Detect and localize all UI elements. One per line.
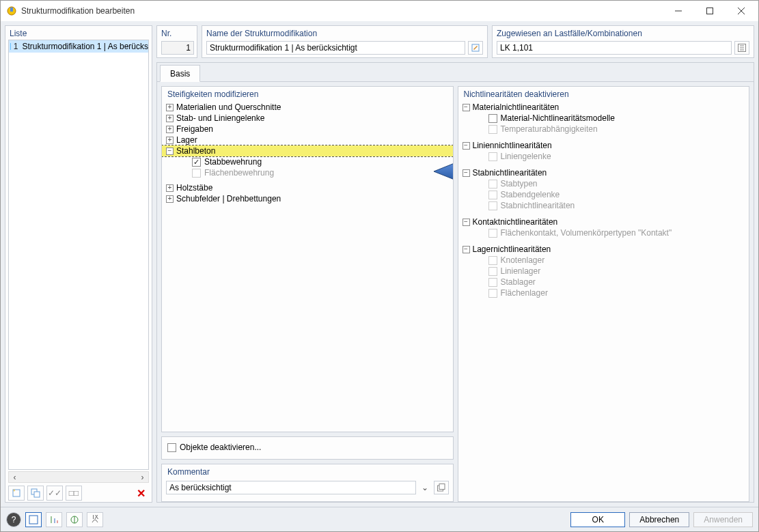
tree-item-materials[interactable]: Materialien und Querschnitte xyxy=(176,102,281,112)
minimize-button[interactable] xyxy=(663,1,694,21)
checkbox-line-hinges xyxy=(488,152,497,161)
list-box[interactable]: 1 Strukturmodifikation 1 | As berücks xyxy=(8,40,149,470)
stiffness-title: Steifigkeiten modifizieren xyxy=(162,88,453,102)
tab-basis[interactable]: Basis xyxy=(160,65,200,82)
comment-group: Kommentar ⌄ xyxy=(161,464,454,502)
footer-icon-2[interactable] xyxy=(46,512,62,527)
number-panel: Nr. xyxy=(156,25,197,58)
tree-item-concrete[interactable]: Stahlbeton xyxy=(176,146,453,156)
checkbox-material-models[interactable] xyxy=(488,114,497,123)
name-input[interactable] xyxy=(206,41,465,55)
tree-item-timber[interactable]: Holzstäbe xyxy=(176,183,212,193)
stiffness-tree[interactable]: +Materialien und Querschnitte +Stab- und… xyxy=(162,102,453,204)
checkbox-temp-dep xyxy=(488,125,497,134)
footer-icon-4[interactable]: fx xyxy=(87,512,103,527)
copy-button[interactable] xyxy=(27,486,44,501)
dialog-window: Strukturmodifikation bearbeiten Liste 1 … xyxy=(0,0,759,532)
obj-deactivate-group: Objekte deaktivieren... xyxy=(161,436,454,460)
assigned-pick-button[interactable] xyxy=(734,41,749,55)
checkbox-member-endhinges xyxy=(488,191,497,199)
tree-item-material-nl[interactable]: Materialnichtlinearitäten xyxy=(473,102,560,112)
cancel-button[interactable]: Abbrechen xyxy=(629,512,689,527)
tree-item-shear[interactable]: Schubfelder | Drehbettungen xyxy=(176,194,281,204)
expand-icon[interactable]: + xyxy=(166,126,174,133)
svg-text:fx: fx xyxy=(92,515,98,521)
apply-button: Anwenden xyxy=(693,512,753,527)
tree-item-contact-surf: Flächenkontakt, Volumenkörpertypen "Kont… xyxy=(501,228,672,238)
list-hscrollbar[interactable]: ‹ › xyxy=(8,471,149,483)
comment-dropdown-icon[interactable]: ⌄ xyxy=(419,483,431,492)
collapse-icon[interactable]: − xyxy=(463,219,470,226)
expand-icon[interactable]: + xyxy=(166,115,174,122)
maximize-button[interactable] xyxy=(694,1,726,21)
collapse-icon[interactable]: − xyxy=(463,246,470,253)
collapse-icon[interactable]: − xyxy=(463,169,470,177)
svg-rect-17 xyxy=(29,516,38,524)
uncheck-all-button[interactable]: □□ xyxy=(66,486,82,501)
delete-button[interactable]: ✕ xyxy=(133,486,149,501)
edit-name-button[interactable] xyxy=(468,41,483,55)
ok-button[interactable]: OK xyxy=(570,512,625,527)
stiffness-group: Steifigkeiten modifizieren +Materialien … xyxy=(161,86,454,432)
list-item-text: Strukturmodifikation 1 | As berücks xyxy=(22,42,148,51)
list-panel: Liste 1 Strukturmodifikation 1 | As berü… xyxy=(5,25,152,503)
check-all-button[interactable]: ✓✓ xyxy=(46,486,63,501)
nonlinearity-group: Nichtlinearitäten deaktivieren −Material… xyxy=(458,86,750,502)
comment-label: Kommentar xyxy=(162,466,453,479)
tree-item-member-nl[interactable]: Stabnichtlinearitäten xyxy=(473,168,547,178)
collapse-icon[interactable]: − xyxy=(463,142,470,150)
dialog-footer: ? fx OK Abbrechen Anwenden xyxy=(1,507,758,531)
window-title: Strukturmodifikation bearbeiten xyxy=(21,6,663,16)
close-button[interactable] xyxy=(726,1,757,21)
tree-item-releases[interactable]: Freigaben xyxy=(176,124,213,134)
svg-rect-1 xyxy=(10,8,13,12)
tree-item-support-member: Stablager xyxy=(501,277,536,287)
assigned-panel: Zugewiesen an Lastfälle/Kombinationen xyxy=(492,25,754,58)
tree-item-support-line: Linienlager xyxy=(501,266,541,276)
assigned-input[interactable] xyxy=(497,41,732,55)
expand-icon[interactable]: + xyxy=(166,184,174,192)
nonlinearity-tree[interactable]: −Materialnichtlinearitäten Material-Nich… xyxy=(458,102,749,298)
checkbox-obj-deactivate[interactable] xyxy=(167,443,176,452)
list-item[interactable]: 1 Strukturmodifikation 1 | As berücks xyxy=(9,40,148,53)
collapse-icon[interactable]: − xyxy=(166,148,174,155)
list-toolbar: ✓✓ □□ ✕ xyxy=(5,483,152,502)
checkbox-surface-reinforcement xyxy=(192,169,201,178)
checkbox-contact-surf xyxy=(488,229,497,238)
comment-pick-button[interactable] xyxy=(434,481,449,494)
expand-icon[interactable]: + xyxy=(166,137,174,144)
list-item-number: 1 xyxy=(14,42,18,51)
collapse-icon[interactable]: − xyxy=(463,104,470,111)
tree-item-material-models[interactable]: Material-Nichtlinearitätsmodelle xyxy=(501,113,615,123)
svg-rect-16 xyxy=(439,484,445,490)
help-button[interactable]: ? xyxy=(6,512,21,527)
tree-item-line-nl[interactable]: Liniennichtlinearitäten xyxy=(473,141,552,150)
checkbox-bar-reinforcement[interactable]: ✓ xyxy=(192,158,201,167)
new-button[interactable] xyxy=(8,486,25,501)
checkbox-support-node xyxy=(488,256,497,265)
expand-icon[interactable]: + xyxy=(166,195,174,203)
tree-item-bar-reinforcement[interactable]: Stabbewehrung xyxy=(204,157,262,167)
tabstrip: Basis xyxy=(157,63,754,82)
titlebar: Strukturmodifikation bearbeiten xyxy=(1,1,758,21)
svg-rect-8 xyxy=(34,492,40,497)
obj-deactivate-label: Objekte deaktivieren... xyxy=(180,443,261,452)
comment-input[interactable] xyxy=(166,481,416,494)
nonlinearity-title: Nichtlinearitäten deaktivieren xyxy=(458,88,749,102)
footer-icon-3[interactable] xyxy=(66,512,83,527)
footer-icon-1[interactable] xyxy=(25,512,42,527)
list-item-color-icon xyxy=(10,43,11,50)
name-label: Name der Strukturmodifikation xyxy=(202,26,487,40)
tree-item-line-hinges: Liniengelenke xyxy=(501,152,551,161)
scroll-left-icon[interactable]: ‹ xyxy=(9,473,20,482)
tree-item-hinges[interactable]: Stab- und Liniengelenke xyxy=(176,113,264,123)
scroll-right-icon[interactable]: › xyxy=(137,473,148,482)
assigned-label: Zugewiesen an Lastfälle/Kombinationen xyxy=(493,26,754,40)
tree-item-support-nl[interactable]: Lagernichtlinearitäten xyxy=(473,244,551,254)
number-label: Nr. xyxy=(157,26,197,40)
tree-item-surface-reinforcement: Flächenbewehrung xyxy=(204,168,274,178)
tree-item-contact-nl[interactable]: Kontaktnichtlinearitäten xyxy=(473,217,558,227)
number-input[interactable] xyxy=(161,41,194,55)
expand-icon[interactable]: + xyxy=(166,104,174,111)
tree-item-supports[interactable]: Lager xyxy=(176,135,197,145)
